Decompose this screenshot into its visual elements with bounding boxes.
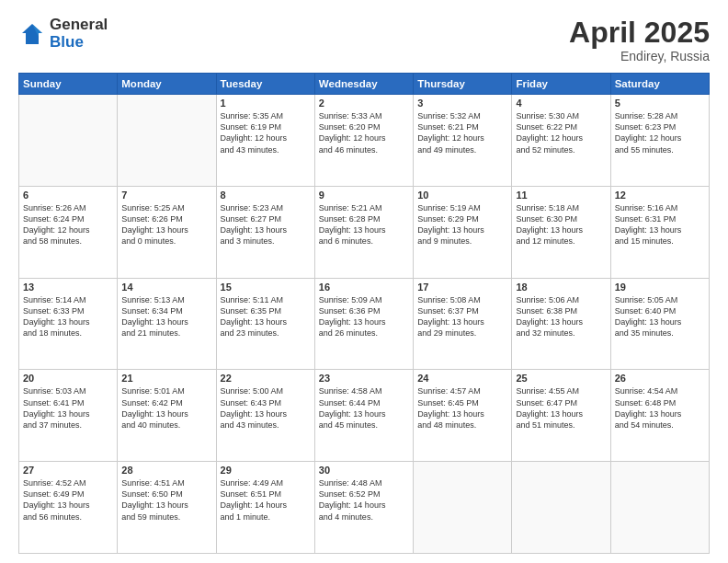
day-info: Sunrise: 5:13 AMSunset: 6:34 PMDaylight:… xyxy=(121,294,211,339)
header: General Blue April 2025 Endirey, Russia xyxy=(18,17,710,63)
calendar-week-2: 13Sunrise: 5:14 AMSunset: 6:33 PMDayligh… xyxy=(19,278,710,370)
day-number: 22 xyxy=(221,373,311,384)
calendar-week-1: 6Sunrise: 5:26 AMSunset: 6:24 PMDaylight… xyxy=(19,186,710,278)
day-number: 27 xyxy=(23,465,113,476)
calendar-cell: 17Sunrise: 5:08 AMSunset: 6:37 PMDayligh… xyxy=(414,278,512,370)
day-number: 2 xyxy=(319,98,409,109)
day-number: 4 xyxy=(516,98,606,109)
calendar-cell: 23Sunrise: 4:58 AMSunset: 6:44 PMDayligh… xyxy=(314,370,413,462)
day-info: Sunrise: 4:49 AMSunset: 6:51 PMDaylight:… xyxy=(221,477,311,523)
day-info: Sunrise: 5:08 AMSunset: 6:37 PMDaylight:… xyxy=(417,294,507,339)
day-number: 1 xyxy=(221,98,311,109)
calendar-week-0: 1Sunrise: 5:35 AMSunset: 6:19 PMDaylight… xyxy=(19,95,710,187)
logo: General Blue xyxy=(18,17,108,51)
calendar-cell: 8Sunrise: 5:23 AMSunset: 6:27 PMDaylight… xyxy=(216,186,314,278)
calendar-cell xyxy=(118,95,216,187)
day-number: 25 xyxy=(516,373,606,384)
calendar-cell: 19Sunrise: 5:05 AMSunset: 6:40 PMDayligh… xyxy=(610,278,709,370)
day-info: Sunrise: 5:25 AMSunset: 6:26 PMDaylight:… xyxy=(121,202,211,247)
day-info: Sunrise: 5:09 AMSunset: 6:36 PMDaylight:… xyxy=(319,294,409,339)
logo-blue: Blue xyxy=(50,34,108,52)
day-number: 11 xyxy=(516,190,606,201)
day-number: 3 xyxy=(417,98,507,109)
calendar-cell: 2Sunrise: 5:33 AMSunset: 6:20 PMDaylight… xyxy=(314,95,413,187)
day-info: Sunrise: 4:48 AMSunset: 6:52 PMDaylight:… xyxy=(319,477,409,523)
calendar-cell: 13Sunrise: 5:14 AMSunset: 6:33 PMDayligh… xyxy=(19,278,118,370)
day-number: 18 xyxy=(516,282,606,293)
day-number: 30 xyxy=(319,465,409,476)
logo-icon xyxy=(18,20,46,48)
calendar-cell: 11Sunrise: 5:18 AMSunset: 6:30 PMDayligh… xyxy=(512,186,610,278)
day-number: 9 xyxy=(319,190,409,201)
day-info: Sunrise: 5:00 AMSunset: 6:43 PMDaylight:… xyxy=(221,385,311,431)
day-info: Sunrise: 5:11 AMSunset: 6:35 PMDaylight:… xyxy=(221,294,311,339)
col-monday: Monday xyxy=(118,74,216,95)
day-info: Sunrise: 5:33 AMSunset: 6:20 PMDaylight:… xyxy=(319,110,409,155)
day-info: Sunrise: 5:19 AMSunset: 6:29 PMDaylight:… xyxy=(417,202,507,247)
calendar-cell: 28Sunrise: 4:51 AMSunset: 6:50 PMDayligh… xyxy=(118,462,216,554)
day-info: Sunrise: 4:52 AMSunset: 6:49 PMDaylight:… xyxy=(23,477,113,523)
calendar-cell xyxy=(414,462,512,554)
calendar-cell xyxy=(512,462,610,554)
calendar-cell: 6Sunrise: 5:26 AMSunset: 6:24 PMDaylight… xyxy=(19,186,118,278)
day-info: Sunrise: 5:06 AMSunset: 6:38 PMDaylight:… xyxy=(516,294,606,339)
logo-general: General xyxy=(50,17,108,34)
day-info: Sunrise: 5:23 AMSunset: 6:27 PMDaylight:… xyxy=(221,202,311,247)
col-friday: Friday xyxy=(512,74,610,95)
calendar-cell xyxy=(19,95,118,187)
calendar-cell: 22Sunrise: 5:00 AMSunset: 6:43 PMDayligh… xyxy=(216,370,314,462)
day-info: Sunrise: 4:54 AMSunset: 6:48 PMDaylight:… xyxy=(615,385,705,431)
calendar-cell: 18Sunrise: 5:06 AMSunset: 6:38 PMDayligh… xyxy=(512,278,610,370)
day-number: 26 xyxy=(615,373,705,384)
col-sunday: Sunday xyxy=(19,74,118,95)
day-number: 13 xyxy=(23,282,113,293)
day-number: 6 xyxy=(23,190,113,201)
title-location: Endirey, Russia xyxy=(569,49,710,63)
logo-text: General Blue xyxy=(50,17,108,51)
calendar-cell: 27Sunrise: 4:52 AMSunset: 6:49 PMDayligh… xyxy=(19,462,118,554)
title-month: April 2025 xyxy=(569,17,710,49)
day-number: 7 xyxy=(121,190,211,201)
day-info: Sunrise: 5:14 AMSunset: 6:33 PMDaylight:… xyxy=(23,294,113,339)
calendar-cell xyxy=(610,462,709,554)
calendar-cell: 12Sunrise: 5:16 AMSunset: 6:31 PMDayligh… xyxy=(610,186,709,278)
day-number: 19 xyxy=(615,282,705,293)
day-number: 16 xyxy=(319,282,409,293)
calendar-cell: 7Sunrise: 5:25 AMSunset: 6:26 PMDaylight… xyxy=(118,186,216,278)
calendar-cell: 26Sunrise: 4:54 AMSunset: 6:48 PMDayligh… xyxy=(610,370,709,462)
day-info: Sunrise: 5:28 AMSunset: 6:23 PMDaylight:… xyxy=(615,110,705,155)
day-info: Sunrise: 4:57 AMSunset: 6:45 PMDaylight:… xyxy=(417,385,507,431)
day-info: Sunrise: 5:35 AMSunset: 6:19 PMDaylight:… xyxy=(221,110,311,155)
calendar-cell: 29Sunrise: 4:49 AMSunset: 6:51 PMDayligh… xyxy=(216,462,314,554)
day-number: 8 xyxy=(221,190,311,201)
day-number: 24 xyxy=(417,373,507,384)
calendar-cell: 5Sunrise: 5:28 AMSunset: 6:23 PMDaylight… xyxy=(610,95,709,187)
calendar-cell: 30Sunrise: 4:48 AMSunset: 6:52 PMDayligh… xyxy=(314,462,413,554)
day-number: 14 xyxy=(121,282,211,293)
calendar-cell: 14Sunrise: 5:13 AMSunset: 6:34 PMDayligh… xyxy=(118,278,216,370)
day-info: Sunrise: 5:03 AMSunset: 6:41 PMDaylight:… xyxy=(23,385,113,431)
calendar-cell: 1Sunrise: 5:35 AMSunset: 6:19 PMDaylight… xyxy=(216,95,314,187)
calendar-week-4: 27Sunrise: 4:52 AMSunset: 6:49 PMDayligh… xyxy=(19,462,710,554)
calendar-cell: 16Sunrise: 5:09 AMSunset: 6:36 PMDayligh… xyxy=(314,278,413,370)
col-saturday: Saturday xyxy=(610,74,709,95)
calendar-cell: 10Sunrise: 5:19 AMSunset: 6:29 PMDayligh… xyxy=(414,186,512,278)
calendar-cell: 25Sunrise: 4:55 AMSunset: 6:47 PMDayligh… xyxy=(512,370,610,462)
day-info: Sunrise: 5:05 AMSunset: 6:40 PMDaylight:… xyxy=(615,294,705,339)
page: General Blue April 2025 Endirey, Russia … xyxy=(0,0,728,563)
calendar-cell: 3Sunrise: 5:32 AMSunset: 6:21 PMDaylight… xyxy=(414,95,512,187)
calendar-table: Sunday Monday Tuesday Wednesday Thursday… xyxy=(18,73,710,554)
svg-marker-0 xyxy=(22,24,42,44)
calendar-cell: 20Sunrise: 5:03 AMSunset: 6:41 PMDayligh… xyxy=(19,370,118,462)
title-block: April 2025 Endirey, Russia xyxy=(569,17,710,63)
calendar-cell: 21Sunrise: 5:01 AMSunset: 6:42 PMDayligh… xyxy=(118,370,216,462)
day-number: 20 xyxy=(23,373,113,384)
day-info: Sunrise: 5:32 AMSunset: 6:21 PMDaylight:… xyxy=(417,110,507,155)
day-info: Sunrise: 5:21 AMSunset: 6:28 PMDaylight:… xyxy=(319,202,409,247)
day-number: 17 xyxy=(417,282,507,293)
day-number: 12 xyxy=(615,190,705,201)
day-info: Sunrise: 5:30 AMSunset: 6:22 PMDaylight:… xyxy=(516,110,606,155)
day-info: Sunrise: 4:51 AMSunset: 6:50 PMDaylight:… xyxy=(121,477,211,523)
header-row: Sunday Monday Tuesday Wednesday Thursday… xyxy=(19,74,710,95)
day-info: Sunrise: 5:18 AMSunset: 6:30 PMDaylight:… xyxy=(516,202,606,247)
